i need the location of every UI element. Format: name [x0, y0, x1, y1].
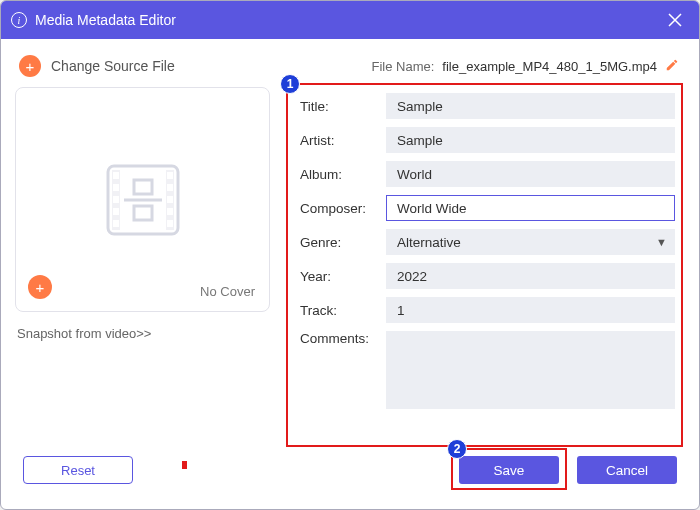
svg-rect-9: [167, 184, 173, 191]
file-name-label: File Name:: [372, 59, 435, 74]
cover-preview: + No Cover: [15, 87, 270, 312]
no-cover-label: No Cover: [200, 284, 255, 299]
artist-label: Artist:: [300, 133, 386, 148]
add-cover-button[interactable]: +: [28, 275, 52, 299]
album-label: Album:: [300, 167, 386, 182]
change-source-file-button[interactable]: + Change Source File: [19, 55, 175, 77]
film-icon: [98, 160, 188, 240]
snapshot-from-video-link[interactable]: Snapshot from video>>: [15, 326, 151, 341]
title-label: Title:: [300, 99, 386, 114]
title-input[interactable]: [386, 93, 675, 119]
file-name-value: file_example_MP4_480_1_5MG.mp4: [442, 59, 657, 74]
info-icon: i: [11, 12, 27, 28]
year-input[interactable]: [386, 263, 675, 289]
annotation-mark: [182, 461, 187, 469]
svg-rect-5: [113, 196, 119, 203]
edit-file-name-icon[interactable]: [665, 58, 679, 75]
reset-button[interactable]: Reset: [23, 456, 133, 484]
genre-select[interactable]: [386, 229, 675, 255]
year-label: Year:: [300, 269, 386, 284]
svg-rect-6: [113, 208, 119, 215]
svg-rect-11: [167, 208, 173, 215]
svg-rect-8: [167, 172, 173, 179]
cancel-button[interactable]: Cancel: [577, 456, 677, 484]
track-input[interactable]: [386, 297, 675, 323]
composer-label: Composer:: [300, 201, 386, 216]
comments-label: Comments:: [300, 331, 386, 346]
plus-icon: +: [19, 55, 41, 77]
genre-label: Genre:: [300, 235, 386, 250]
svg-rect-15: [134, 206, 152, 220]
save-button[interactable]: Save: [459, 456, 559, 484]
svg-rect-3: [113, 172, 119, 179]
window-title: Media Metadata Editor: [35, 12, 176, 28]
annotation-badge-1: 1: [280, 74, 300, 94]
track-label: Track:: [300, 303, 386, 318]
svg-rect-4: [113, 184, 119, 191]
svg-rect-14: [134, 180, 152, 194]
album-input[interactable]: [386, 161, 675, 187]
annotation-badge-2: 2: [447, 439, 467, 459]
change-source-file-label: Change Source File: [51, 58, 175, 74]
comments-input[interactable]: [386, 331, 675, 409]
svg-rect-10: [167, 196, 173, 203]
composer-input[interactable]: [386, 195, 675, 221]
svg-rect-12: [167, 220, 173, 227]
artist-input[interactable]: [386, 127, 675, 153]
svg-rect-7: [113, 220, 119, 227]
close-button[interactable]: [661, 6, 689, 34]
title-bar: i Media Metadata Editor: [1, 1, 699, 39]
